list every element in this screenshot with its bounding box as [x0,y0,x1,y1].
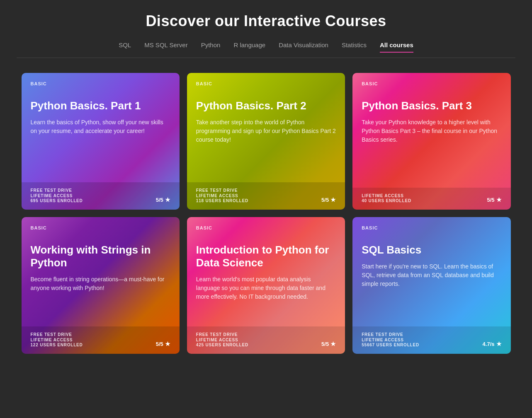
free-test-drive-label: FREE TEST DRIVE [362,332,501,337]
star-icon: ★ [165,341,170,347]
star-icon: ★ [496,196,502,203]
card-badge: BASIC [196,81,336,86]
rating-value: 5/5 [156,197,163,203]
course-card-course-6[interactable]: BASIC SQL Basics Start here if you're ne… [352,217,510,354]
card-badge: BASIC [362,81,501,86]
course-card-course-1[interactable]: BASIC Python Basics. Part 1 Learn the ba… [22,73,180,210]
users-enrolled-label: 122 USERS ENROLLED [31,343,83,347]
nav-tab-rlanguage[interactable]: R language [233,41,265,53]
course-rating: 5/5 ★ [156,196,170,203]
lifetime-access-label: LIFETIME ACCESS [362,338,419,342]
course-card-course-5[interactable]: BASIC Introduction to Python for Data Sc… [187,217,345,354]
card-title: Introduction to Python for Data Science [196,244,336,269]
free-test-drive-label: FREE TEST DRIVE [196,188,336,193]
card-badge: BASIC [196,225,336,230]
rating-value: 5/5 [321,197,329,203]
course-rating: 5/5 ★ [156,341,170,347]
users-enrolled-label: 425 USERS ENROLLED [196,343,248,347]
nav-tab-python[interactable]: Python [201,41,221,53]
star-icon: ★ [330,341,336,347]
star-icon: ★ [165,196,170,203]
card-description: Start here if you're new to SQL. Learn t… [362,262,501,288]
users-enrolled-label: 695 USERS ENROLLED [31,198,83,203]
nav-tab-datavis[interactable]: Data Visualization [279,41,328,53]
card-description: Learn the world's most popular data anal… [196,275,336,301]
rating-value: 5/5 [156,341,163,347]
card-badge: BASIC [31,81,170,86]
course-card-course-2[interactable]: BASIC Python Basics. Part 2 Take another… [187,73,345,210]
lifetime-access-label: LIFETIME ACCESS [31,193,83,198]
card-description: Learn the basics of Python, show off you… [31,118,170,135]
free-test-drive-label: FREE TEST DRIVE [31,332,170,337]
course-rating: 5/5 ★ [321,341,336,347]
lifetime-access-label: LIFETIME ACCESS [196,338,248,342]
card-description: Take another step into the world of Pyth… [196,118,336,144]
course-rating: 4.7/s ★ [483,341,502,347]
lifetime-access-label: LIFETIME ACCESS [362,193,411,198]
rating-value: 5/5 [321,341,329,347]
card-description: Take your Python knowledge to a higher l… [362,118,501,144]
course-card-course-3[interactable]: BASIC Python Basics. Part 3 Take your Py… [352,73,510,210]
nav-tabs: SQLMS SQL ServerPythonR languageData Vis… [17,41,515,58]
star-icon: ★ [496,341,502,347]
card-description: Become fluent in string operations—a mus… [31,275,170,292]
rating-value: 5/5 [487,197,494,203]
page-title: Discover our Interactive Courses [17,12,515,30]
nav-tab-allcourses[interactable]: All courses [380,41,413,53]
course-card-course-4[interactable]: BASIC Working with Strings in Python Bec… [22,217,180,354]
free-test-drive-label: FREE TEST DRIVE [31,188,170,193]
star-icon: ★ [330,196,336,203]
card-title: SQL Basics [362,244,501,256]
nav-tab-sql[interactable]: SQL [119,41,131,53]
card-title: Python Basics. Part 2 [196,99,336,112]
card-title: Python Basics. Part 1 [31,99,170,112]
nav-tab-mssql[interactable]: MS SQL Server [144,41,187,53]
rating-value: 4.7/s [483,341,495,347]
lifetime-access-label: LIFETIME ACCESS [196,193,248,198]
nav-tab-statistics[interactable]: Statistics [342,41,367,53]
courses-grid: BASIC Python Basics. Part 1 Learn the ba… [22,73,511,354]
users-enrolled-label: 40 USERS ENROLLED [362,198,411,203]
card-title: Python Basics. Part 3 [362,99,501,112]
lifetime-access-label: LIFETIME ACCESS [31,338,83,342]
users-enrolled-label: 55667 USERS ENROLLED [362,343,419,347]
card-badge: BASIC [31,225,170,230]
card-title: Working with Strings in Python [31,244,170,269]
free-test-drive-label: FREE TEST DRIVE [196,332,336,337]
users-enrolled-label: 118 USERS ENROLLED [196,198,248,203]
course-rating: 5/5 ★ [487,196,501,203]
course-rating: 5/5 ★ [321,196,336,203]
card-badge: BASIC [362,225,501,230]
